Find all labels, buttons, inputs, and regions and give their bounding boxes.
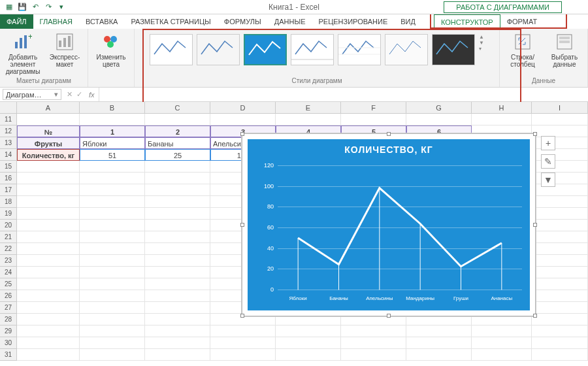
row-header-26[interactable]: 26 xyxy=(0,290,17,302)
cell-B26[interactable] xyxy=(80,290,145,302)
style-gallery-more[interactable]: ▲▼▾ xyxy=(479,34,484,52)
cell-E29[interactable] xyxy=(276,325,341,337)
spreadsheet-grid[interactable]: ABCDEFGHI 1112№12345613ФруктыЯблокиБанан… xyxy=(0,102,588,361)
cell-I31[interactable] xyxy=(532,349,588,361)
tab-chart-design[interactable]: КОНСТРУКТОР xyxy=(434,14,500,29)
cell-C16[interactable] xyxy=(145,173,210,184)
row-header-28[interactable]: 28 xyxy=(0,314,17,325)
chart-style-4[interactable] xyxy=(291,34,334,65)
cell-H30[interactable] xyxy=(472,337,532,349)
resize-handle-nw[interactable] xyxy=(240,132,244,136)
cell-C14[interactable]: 25 xyxy=(145,149,210,161)
cell-G30[interactable] xyxy=(406,337,472,349)
tab-home[interactable]: ГЛАВНАЯ xyxy=(33,14,79,29)
name-box-dropdown-icon[interactable]: ▾ xyxy=(54,90,58,99)
cell-C26[interactable] xyxy=(145,290,210,302)
col-header-G[interactable]: G xyxy=(406,102,472,114)
row-header-22[interactable]: 22 xyxy=(0,243,17,255)
chart-elements-button[interactable]: + xyxy=(541,136,555,150)
cell-F11[interactable] xyxy=(341,114,406,125)
quick-layout-button[interactable]: Экспресс-макет xyxy=(46,31,84,68)
row-header-17[interactable]: 17 xyxy=(0,184,17,196)
cell-B12[interactable]: 1 xyxy=(80,125,145,137)
cell-B30[interactable] xyxy=(80,337,145,349)
undo-icon[interactable]: ↶ xyxy=(30,2,41,12)
cell-I24[interactable] xyxy=(532,267,588,278)
cell-C15[interactable] xyxy=(145,161,210,173)
resize-handle-n[interactable] xyxy=(387,132,391,136)
cell-C31[interactable] xyxy=(145,349,210,361)
cell-A22[interactable] xyxy=(17,243,80,255)
cell-B14[interactable]: 51 xyxy=(80,149,145,161)
row-header-25[interactable]: 25 xyxy=(0,278,17,290)
row-header-27[interactable]: 27 xyxy=(0,302,17,314)
cell-A23[interactable] xyxy=(17,255,80,267)
tab-view[interactable]: ВИД xyxy=(394,14,422,29)
cell-C24[interactable] xyxy=(145,267,210,278)
row-header-15[interactable]: 15 xyxy=(0,161,17,173)
cell-C22[interactable] xyxy=(145,243,210,255)
cell-B20[interactable] xyxy=(80,220,145,231)
cell-A26[interactable] xyxy=(17,290,80,302)
cell-B11[interactable] xyxy=(80,114,145,125)
cell-I11[interactable] xyxy=(532,114,588,125)
cell-A20[interactable] xyxy=(17,220,80,231)
cell-B27[interactable] xyxy=(80,302,145,314)
cell-C23[interactable] xyxy=(145,255,210,267)
cell-A29[interactable] xyxy=(17,325,80,337)
cell-E31[interactable] xyxy=(276,349,341,361)
cell-I25[interactable] xyxy=(532,278,588,290)
cell-I14[interactable] xyxy=(532,149,588,161)
formula-input[interactable] xyxy=(99,88,588,101)
tab-formulas[interactable]: ФОРМУЛЫ xyxy=(218,14,268,29)
chart-style-1[interactable] xyxy=(150,34,193,65)
cell-A31[interactable] xyxy=(17,349,80,361)
row-header-29[interactable]: 29 xyxy=(0,325,17,337)
row-header-13[interactable]: 13 xyxy=(0,137,17,149)
cell-B13[interactable]: Яблоки xyxy=(80,137,145,149)
chart-plot-area[interactable]: КОЛИЧЕСТВО, КГ 020406080100120ЯблокиБана… xyxy=(248,139,530,310)
cell-A28[interactable] xyxy=(17,314,80,325)
cell-I19[interactable] xyxy=(532,208,588,220)
qat-more-icon[interactable]: ▾ xyxy=(56,2,67,12)
row-header-21[interactable]: 21 xyxy=(0,231,17,243)
cell-I21[interactable] xyxy=(532,231,588,243)
row-header-20[interactable]: 20 xyxy=(0,220,17,231)
cell-A11[interactable] xyxy=(17,114,80,125)
cell-E30[interactable] xyxy=(276,337,341,349)
row-header-24[interactable]: 24 xyxy=(0,267,17,278)
cell-B16[interactable] xyxy=(80,173,145,184)
cell-H31[interactable] xyxy=(472,349,532,361)
change-colors-button[interactable]: Изменить цвета xyxy=(92,31,130,68)
col-header-E[interactable]: E xyxy=(276,102,341,114)
cell-C30[interactable] xyxy=(145,337,210,349)
cell-I29[interactable] xyxy=(532,325,588,337)
chart-title[interactable]: КОЛИЧЕСТВО, КГ xyxy=(248,139,530,158)
col-header-F[interactable]: F xyxy=(341,102,406,114)
chart-style-5[interactable] xyxy=(338,34,381,65)
enter-icon[interactable]: ✓ xyxy=(76,90,82,99)
cell-I17[interactable] xyxy=(532,184,588,196)
col-header-D[interactable]: D xyxy=(210,102,276,114)
cell-I30[interactable] xyxy=(532,337,588,349)
col-header-A[interactable]: A xyxy=(17,102,80,114)
cell-A18[interactable] xyxy=(17,196,80,208)
cell-C19[interactable] xyxy=(145,208,210,220)
cell-I20[interactable] xyxy=(532,220,588,231)
cell-C11[interactable] xyxy=(145,114,210,125)
tab-chart-format[interactable]: ФОРМАТ xyxy=(500,14,544,29)
cell-B28[interactable] xyxy=(80,314,145,325)
row-header-11[interactable]: 11 xyxy=(0,114,17,125)
cell-A24[interactable] xyxy=(17,267,80,278)
cell-A19[interactable] xyxy=(17,208,80,220)
cell-C29[interactable] xyxy=(145,325,210,337)
cell-G29[interactable] xyxy=(406,325,472,337)
embedded-chart[interactable]: КОЛИЧЕСТВО, КГ 020406080100120ЯблокиБана… xyxy=(242,133,536,316)
chart-style-7[interactable] xyxy=(432,34,475,65)
row-header-31[interactable]: 31 xyxy=(0,349,17,361)
cell-A27[interactable] xyxy=(17,302,80,314)
cell-B21[interactable] xyxy=(80,231,145,243)
cell-B18[interactable] xyxy=(80,196,145,208)
tab-insert[interactable]: ВСТАВКА xyxy=(79,14,124,29)
resize-handle-sw[interactable] xyxy=(240,314,244,318)
